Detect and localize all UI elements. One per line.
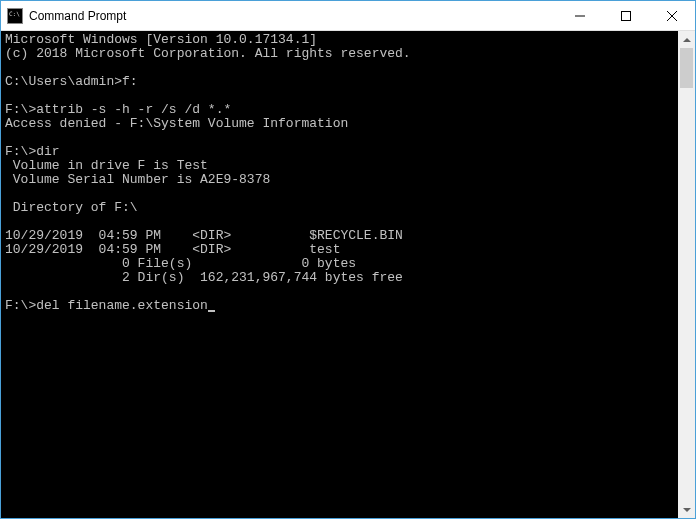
titlebar[interactable]: Command Prompt bbox=[1, 1, 695, 31]
scroll-up-button[interactable] bbox=[678, 31, 695, 48]
content-area: Microsoft Windows [Version 10.0.17134.1]… bbox=[1, 31, 695, 518]
output-line: 10/29/2019 04:59 PM <DIR> test bbox=[5, 242, 340, 257]
output-line: C:\Users\admin>f: bbox=[5, 74, 138, 89]
output-line: Volume in drive F is Test bbox=[5, 158, 208, 173]
output-line: Access denied - F:\System Volume Informa… bbox=[5, 116, 348, 131]
maximize-icon bbox=[621, 11, 631, 21]
output-line: F:\>dir bbox=[5, 144, 60, 159]
svg-marker-4 bbox=[683, 38, 691, 42]
scroll-down-button[interactable] bbox=[678, 501, 695, 518]
close-button[interactable] bbox=[649, 1, 695, 30]
vertical-scrollbar[interactable] bbox=[678, 31, 695, 518]
chevron-down-icon bbox=[683, 508, 691, 512]
window-title: Command Prompt bbox=[29, 9, 557, 23]
output-line: 2 Dir(s) 162,231,967,744 bytes free bbox=[5, 270, 403, 285]
cursor bbox=[208, 310, 215, 312]
terminal-output[interactable]: Microsoft Windows [Version 10.0.17134.1]… bbox=[1, 31, 678, 518]
output-line: Directory of F:\ bbox=[5, 200, 138, 215]
output-line: F:\>attrib -s -h -r /s /d *.* bbox=[5, 102, 231, 117]
minimize-icon bbox=[575, 11, 585, 21]
command-prompt-window: Command Prompt Microsoft Windows [Versio… bbox=[0, 0, 696, 519]
output-line: 0 File(s) 0 bytes bbox=[5, 256, 356, 271]
chevron-up-icon bbox=[683, 38, 691, 42]
output-line: 10/29/2019 04:59 PM <DIR> $RECYCLE.BIN bbox=[5, 228, 403, 243]
minimize-button[interactable] bbox=[557, 1, 603, 30]
output-line: Microsoft Windows [Version 10.0.17134.1] bbox=[5, 32, 317, 47]
scroll-thumb[interactable] bbox=[680, 48, 693, 88]
current-prompt-line: F:\>del filename.extension bbox=[5, 298, 208, 313]
window-controls bbox=[557, 1, 695, 30]
output-line: Volume Serial Number is A2E9-8378 bbox=[5, 172, 270, 187]
output-line: (c) 2018 Microsoft Corporation. All righ… bbox=[5, 46, 411, 61]
svg-rect-1 bbox=[622, 11, 631, 20]
cmd-icon bbox=[7, 8, 23, 24]
svg-marker-5 bbox=[683, 508, 691, 512]
close-icon bbox=[667, 11, 677, 21]
maximize-button[interactable] bbox=[603, 1, 649, 30]
